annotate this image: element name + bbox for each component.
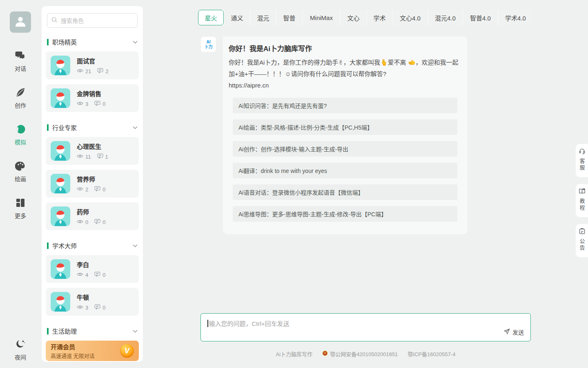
chevron-down-icon[interactable]: [133, 126, 138, 129]
eye-icon: [77, 154, 83, 160]
rail-item-create[interactable]: 创作: [0, 87, 41, 109]
send-button[interactable]: 发送: [504, 328, 524, 336]
rail-item-dialog[interactable]: 对话: [0, 50, 41, 72]
views-count: 11: [85, 154, 91, 160]
role-card-libai[interactable]: 李白 4 0: [46, 255, 139, 283]
tab-hunyuan[interactable]: 混元: [250, 10, 276, 25]
comments-count: 0: [102, 101, 105, 107]
float-label: 客服: [578, 158, 586, 171]
tab-hunyuan-4[interactable]: 混元4.0: [428, 10, 463, 25]
section-header-life[interactable]: 生活助理: [47, 327, 138, 335]
comment-icon: [94, 219, 100, 225]
float-label: 公告: [578, 238, 586, 251]
rail-item-label: 创作: [15, 101, 26, 109]
vip-subtitle: 高速通道 无限对话: [51, 352, 95, 359]
vip-badge-icon: V: [120, 344, 134, 358]
tab-wenxin-4[interactable]: 文心4.0: [393, 10, 428, 25]
search-placeholder: 搜索角色: [61, 16, 84, 25]
suggestion-mindmap[interactable]: Ai思维导图：更多-思维导图-主题-生成-修改-导出【PC端】: [233, 206, 457, 222]
footer-police-record[interactable]: 鄂公网安备42010502001651: [322, 350, 398, 358]
role-card-nutritionist[interactable]: 营养师 2 0: [46, 170, 139, 197]
comments-count: 0: [102, 219, 105, 225]
search-input[interactable]: 搜索角色: [47, 13, 138, 28]
paper-plane-icon: [504, 328, 510, 336]
search-icon: [51, 17, 58, 24]
comments-count: 0: [102, 186, 105, 193]
role-name: 药师: [77, 207, 105, 216]
rail-item-label: 对话: [15, 64, 26, 72]
views-count: 21: [85, 68, 91, 74]
role-name: 李白: [77, 260, 105, 269]
section-accent-bar: [47, 39, 49, 45]
tab-zhipu-4[interactable]: 智普4.0: [463, 10, 498, 25]
tab-xinghuo[interactable]: 星火: [198, 10, 224, 25]
role-card-psychologist[interactable]: 心理医生 11 1: [46, 137, 139, 165]
comments-count: 2: [105, 68, 108, 74]
clipboard-icon: [579, 228, 586, 236]
comment-icon: [94, 272, 100, 278]
chevron-down-icon[interactable]: [133, 330, 138, 333]
welcome-message-bubble: 你好！我是Ai卜力脑库写作 你好！我是Ai卜力，是你工作的得力助手✌，大家都叫我…: [223, 36, 468, 234]
float-label: 教程: [578, 198, 586, 211]
role-name: 面试官: [77, 56, 109, 65]
section-title: 职场精英: [52, 38, 77, 46]
views-count: 0: [85, 219, 88, 225]
rail-item-night-mode[interactable]: 夜间: [0, 339, 41, 361]
left-rail: 对话 创作 模拟 绘画 更多 夜间: [0, 0, 41, 368]
role-card-sales[interactable]: 金牌销售 3 0: [46, 84, 139, 112]
comment-icon: [94, 186, 100, 193]
suggestion-translate[interactable]: Ai翻译：drink to me with your eyes: [233, 163, 457, 178]
section-accent-bar: [47, 242, 49, 249]
suggestion-voice[interactable]: Ai语音对话：登录微信小程序发起语音【微信端】: [233, 184, 457, 200]
tab-minimax[interactable]: MiniMax: [303, 10, 340, 25]
role-card-pharmacist[interactable]: 药师 0 0: [46, 202, 139, 230]
comment-icon: [94, 101, 100, 107]
tab-xueshu-4[interactable]: 学术4.0: [498, 10, 533, 25]
text-caret: [207, 320, 208, 327]
section-title: 行业专家: [52, 123, 77, 132]
tab-xueshu[interactable]: 学术: [367, 10, 392, 25]
suggestion-create[interactable]: Ai创作：创作-选择模块-输入主题-生成-导出: [233, 141, 457, 157]
eye-icon: [77, 186, 83, 193]
message-title: 你好！我是Ai卜力脑库写作: [229, 43, 462, 53]
rail-item-more[interactable]: 更多: [0, 197, 41, 220]
rail-item-simulate[interactable]: 模拟: [0, 124, 41, 146]
message-input[interactable]: 输入您的问题，Ctrl+回车发送 发送: [200, 313, 531, 341]
role-avatar: [51, 174, 70, 193]
input-placeholder: 输入您的问题，Ctrl+回车发送: [209, 319, 290, 328]
section-header-experts[interactable]: 行业专家: [47, 123, 138, 132]
vip-title: 开通会员: [51, 342, 95, 351]
customer-service-button[interactable]: 客服: [576, 144, 588, 177]
tab-zhipu[interactable]: 智普: [276, 10, 302, 25]
chevron-down-icon[interactable]: [133, 40, 138, 44]
footer-icp-record[interactable]: 鄂ICP备16020557-4: [408, 350, 455, 358]
suggestion-list: Ai知识问答：是先有鸡还是先有蛋? Ai绘画：类型-风格-描述-比例-分类-生成…: [233, 98, 462, 222]
suggestion-draw[interactable]: Ai绘画：类型-风格-描述-比例-分类-生成【PC,H5端】: [233, 119, 457, 135]
section-title: 学术大师: [52, 241, 77, 250]
section-header-masters[interactable]: 学术大师: [47, 241, 138, 250]
comments-count: 1: [105, 154, 108, 160]
section-header-career[interactable]: 职场精英: [47, 38, 138, 46]
rail-item-label: 绘画: [15, 175, 26, 183]
main-panel: 星火 通义 混元 智普 MiniMax 文心 学术 文心4.0 混元4.0 智普…: [198, 0, 533, 368]
chevron-down-icon[interactable]: [133, 244, 138, 247]
tab-wenxin[interactable]: 文心: [341, 10, 366, 25]
views-count: 3: [85, 101, 88, 107]
role-name: 牛顿: [77, 293, 105, 301]
announcement-button[interactable]: 公告: [576, 224, 588, 257]
user-avatar[interactable]: [10, 11, 31, 33]
section-accent-bar: [47, 124, 49, 131]
vip-banner[interactable]: 开通会员 高速通道 无限对话 V: [46, 341, 139, 361]
tab-tongyi[interactable]: 通义: [224, 10, 250, 25]
role-card-newton[interactable]: 牛顿 3 0: [46, 288, 139, 316]
suggestion-qa[interactable]: Ai知识问答：是先有鸡还是先有蛋?: [233, 98, 457, 113]
rail-item-label: 夜间: [15, 353, 26, 361]
moon-icon: [15, 339, 26, 351]
rail-item-draw[interactable]: 绘画: [0, 161, 41, 183]
tutorial-button[interactable]: 教程: [576, 184, 588, 217]
role-card-interviewer[interactable]: 面试官 21 2: [46, 52, 139, 79]
views-count: 3: [85, 305, 88, 311]
message-link[interactable]: https://aipre.cn: [229, 80, 462, 91]
role-avatar: [51, 259, 70, 279]
palette-icon: [15, 161, 26, 173]
